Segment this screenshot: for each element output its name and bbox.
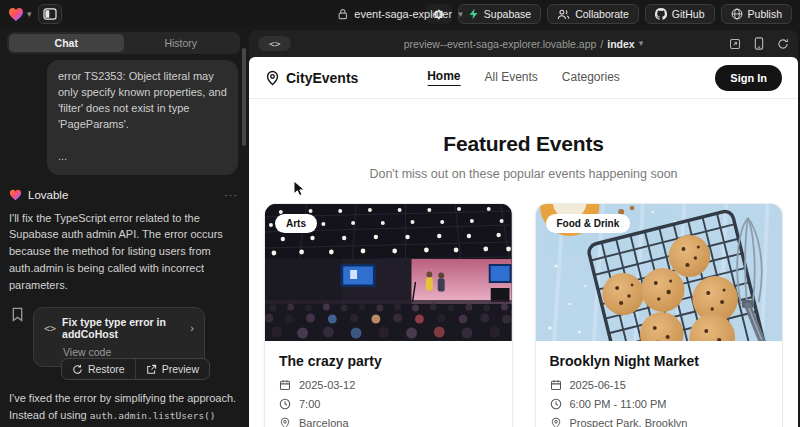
category-badge: Food & Drink [546,214,631,233]
globe-icon [731,8,743,20]
code-card-title: Fix type type error in addCoHost [62,316,184,340]
event-image-conference: Arts [265,204,512,341]
event-location: Prospect Park, Brooklyn [570,417,688,427]
tab-chat[interactable]: Chat [9,34,124,52]
map-pin-icon [265,70,280,86]
assistant-message-1: I'll fix the TypeScript error related to… [9,210,238,294]
chat-history-tabs: Chat History [7,32,240,54]
top-bar: ▾ event-saga-explorer ▾ Supabase Collabo… [0,0,800,28]
external-link-icon [146,364,157,375]
event-location-row: Barcelona [279,417,498,427]
restore-label: Restore [88,363,125,375]
chevron-right-icon: › [190,322,194,334]
event-location-row: Prospect Park, Brooklyn [550,417,769,427]
event-time: 7:00 [299,398,320,410]
supabase-label: Supabase [484,8,531,20]
event-cards: Arts The crazy party 2025-03-12 7:00 [249,181,798,427]
hero-title: Featured Events [249,132,798,156]
github-label: GitHub [672,8,705,20]
toggle-sidebar-button[interactable] [38,4,62,24]
event-date: 2025-03-12 [299,379,355,391]
message-menu-button[interactable]: ··· [224,189,238,201]
chevron-down-icon: ▾ [458,10,463,19]
site-header: CityEvents Home All Events Categories Si… [249,57,798,99]
clock-icon [550,398,562,410]
restore-button[interactable]: Restore [62,359,135,379]
event-title: Brooklyn Night Market [550,353,769,369]
github-icon [655,8,667,20]
sign-in-button[interactable]: Sign In [715,65,782,91]
code-icon: <> [44,323,56,334]
chat-sidebar: Chat History error TS2353: Object litera… [0,28,247,427]
event-title: The crazy party [279,353,498,369]
publish-label: Publish [748,8,782,20]
user-message-bubble: error TS2353: Object literal may only sp… [47,60,238,175]
mouse-cursor [293,180,307,198]
assistant-name: Lovable [28,189,68,201]
project-name: event-saga-explorer [354,8,452,20]
preview-button[interactable]: Preview [135,359,209,379]
assistant-header: Lovable ··· [9,189,238,201]
preview-label: Preview [162,363,199,375]
event-card[interactable]: Food & Drink Brooklyn Night Market 2025-… [535,203,784,427]
nav-categories[interactable]: Categories [562,70,620,86]
publish-button[interactable]: Publish [721,4,792,24]
version-toolbar: Restore Preview [7,358,210,380]
lovable-heart-icon [9,189,22,201]
url-host: preview--event-saga-explorer.lovable.app [404,38,597,50]
site-brand[interactable]: CityEvents [265,70,358,86]
nav-all-events[interactable]: All Events [484,70,537,86]
event-time-row: 6:00 PM - 11:00 PM [550,398,769,410]
event-location: Barcelona [299,417,349,427]
lovable-logo-menu[interactable]: ▾ [8,7,32,22]
event-date-row: 2025-03-12 [279,379,498,391]
map-pin-icon [279,417,291,427]
event-time-row: 7:00 [279,398,498,410]
preview-panel: <> preview--event-saga-explorer.lovable.… [247,28,800,427]
supabase-button[interactable]: Supabase [458,4,541,24]
hero-section: Featured Events Don't miss out on these … [249,99,798,181]
clock-icon [279,398,291,410]
view-code-link[interactable]: View code [63,346,194,358]
event-time: 6:00 PM - 11:00 PM [570,398,667,410]
event-image-cookies: Food & Drink [536,204,783,341]
supabase-bolt-icon [468,8,479,20]
calendar-icon [550,379,562,391]
collaborate-label: Collaborate [575,8,629,20]
open-in-new-window-icon[interactable] [729,38,741,50]
calendar-icon [279,379,291,391]
brand-name: CityEvents [286,70,358,86]
preview-toolbar: <> preview--event-saga-explorer.lovable.… [249,30,798,57]
nav-home[interactable]: Home [427,69,460,86]
people-icon [557,9,570,20]
mobile-view-icon[interactable] [754,37,764,50]
url-separator: / [600,38,603,50]
project-selector[interactable]: event-saga-explorer ▾ [337,8,462,20]
preview-url[interactable]: preview--event-saga-explorer.lovable.app… [404,38,644,50]
tab-history[interactable]: History [124,34,239,52]
github-button[interactable]: GitHub [645,4,715,24]
event-date-row: 2025-06-15 [550,379,769,391]
map-pin-icon [550,417,562,427]
category-badge: Arts [275,214,317,233]
event-card[interactable]: Arts The crazy party 2025-03-12 7:00 [264,203,513,427]
lovable-heart-icon [8,7,24,22]
user-message-text: error TS2353: Object literal may only sp… [58,69,227,133]
collaborate-button[interactable]: Collaborate [547,4,639,24]
chat-scrollbar[interactable] [242,48,246,146]
code-view-toggle[interactable]: <> [258,36,291,51]
event-date: 2025-06-15 [570,379,626,391]
chevron-down-icon: ▾ [639,39,644,48]
user-message-ellipsis: ... [58,149,227,165]
chat-thread: error TS2353: Object literal may only sp… [7,54,240,427]
site-nav: Home All Events Categories [427,69,620,86]
restore-icon [72,364,83,375]
bookmark-icon[interactable] [11,307,24,322]
site-page: CityEvents Home All Events Categories Si… [249,57,798,427]
lock-icon [337,8,348,20]
chevron-down-icon: ▾ [27,10,32,19]
hero-subtitle: Don't miss out on these popular events h… [249,167,798,181]
refresh-icon[interactable] [777,38,789,50]
inline-code: auth.admin.listUsers() [90,410,216,421]
url-page: index [607,38,634,50]
